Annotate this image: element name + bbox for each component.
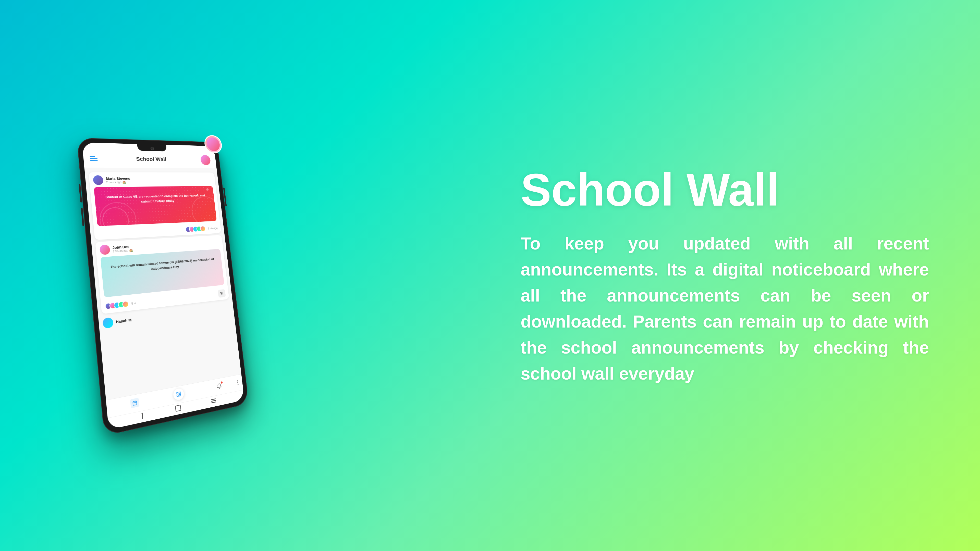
menu-line-1 bbox=[90, 156, 95, 157]
recents-button bbox=[211, 398, 216, 403]
post-avatar-2 bbox=[99, 245, 110, 255]
nav-tab-wall-active[interactable] bbox=[173, 388, 185, 401]
user-avatar[interactable] bbox=[200, 155, 211, 165]
phone-screen: School Wall Maria Stevens bbox=[82, 142, 245, 430]
app-title: School Wall bbox=[136, 156, 167, 162]
svg-point-3 bbox=[221, 294, 222, 295]
svg-line-8 bbox=[133, 402, 137, 403]
nav-tab-notification[interactable] bbox=[215, 381, 223, 391]
announcement-text-2: The school will remain Closed tomorrow (… bbox=[106, 256, 218, 275]
power-button bbox=[223, 188, 227, 206]
svg-rect-12 bbox=[179, 394, 181, 396]
school-building-icon: 🏫 bbox=[122, 180, 126, 184]
notification-icon-box bbox=[215, 381, 223, 391]
calendar-icon-box bbox=[130, 398, 140, 408]
avatar-image-2 bbox=[99, 245, 110, 255]
post-avatar-1 bbox=[93, 175, 104, 185]
calendar-icon bbox=[132, 400, 138, 406]
volume-down-button bbox=[81, 208, 84, 226]
avatar-image-1 bbox=[93, 175, 104, 185]
phone-notch bbox=[137, 144, 167, 151]
back-button bbox=[142, 413, 143, 419]
svg-rect-11 bbox=[177, 395, 178, 396]
app-content-area: Maria Stevens 2 hours ago 🏫 bbox=[84, 168, 241, 400]
page-description: To keep you updated with all recent anno… bbox=[520, 230, 929, 386]
menu-line-2 bbox=[90, 158, 97, 159]
school-building-icon-2: 🏫 bbox=[129, 248, 133, 252]
viewer-avatars-1 bbox=[185, 226, 206, 233]
post-meta-1: Maria Stevens 2 hours ago 🏫 bbox=[106, 176, 212, 184]
home-button bbox=[175, 405, 181, 412]
view-count-2: 5 vi bbox=[131, 302, 136, 305]
viewer-avatars-2 bbox=[105, 301, 129, 310]
post-time-1: 2 hours ago 🏫 bbox=[106, 180, 212, 184]
post-card-1: Maria Stevens 2 hours ago 🏫 bbox=[89, 172, 221, 240]
post-header-1: Maria Stevens 2 hours ago 🏫 bbox=[89, 172, 216, 187]
hamburger-menu[interactable] bbox=[90, 156, 98, 161]
post-avatar-3 bbox=[102, 317, 114, 329]
phone-mockup-section: School Wall Maria Stevens bbox=[31, 136, 283, 446]
view-count-1: 6 view(s) bbox=[208, 227, 218, 230]
text-section: School Wall To keep you updated with all… bbox=[469, 165, 929, 386]
filter-icon bbox=[220, 291, 224, 296]
wall-icon-active bbox=[173, 388, 185, 401]
svg-rect-5 bbox=[133, 401, 137, 405]
app-screen: School Wall Maria Stevens bbox=[82, 142, 245, 430]
svg-point-4 bbox=[221, 293, 221, 294]
filter-button[interactable] bbox=[218, 289, 226, 298]
nav-tab-calendar[interactable] bbox=[130, 398, 140, 408]
volume-up-button bbox=[79, 184, 82, 203]
svg-rect-9 bbox=[177, 392, 178, 394]
svg-line-0 bbox=[220, 292, 223, 292]
announcement-pink-card: Student of Class VB are requested to com… bbox=[94, 186, 217, 226]
menu-line-3 bbox=[90, 160, 98, 161]
svg-rect-10 bbox=[179, 392, 180, 394]
post-footer-left: 5 vi bbox=[105, 300, 136, 310]
front-camera bbox=[150, 147, 154, 150]
post-author-3: Hanah M bbox=[116, 318, 132, 324]
wall-icon bbox=[176, 391, 181, 397]
post-card-2: John Doe 2 hours ago 🏫 The school will r… bbox=[95, 235, 229, 314]
phone-device: School Wall Maria Stevens bbox=[76, 138, 249, 436]
page-title: School Wall bbox=[520, 165, 929, 215]
